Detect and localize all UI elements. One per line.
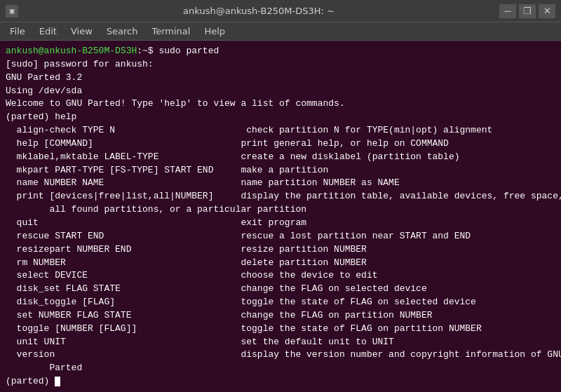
terminal-output: ankush@ankush-B250M-DS3H:~$ sudo parted … [0, 41, 561, 392]
terminal-line: Using /dev/sda [6, 85, 555, 98]
terminal-prompt: (parted) [6, 376, 55, 386]
menu-search[interactable]: Search [100, 25, 145, 38]
terminal-line: Welcome to GNU Parted! Type 'help' to vi… [6, 97, 555, 111]
menu-help[interactable]: Help [197, 25, 232, 38]
menu-file[interactable]: File [3, 25, 32, 38]
terminal-line: mklabel,mktable LABEL-TYPE create a new … [6, 151, 555, 164]
terminal-line: disk_toggle [FLAG] toggle the state of F… [6, 296, 555, 309]
title-bar: ▣ ankush@ankush-B250M-DS3H: ~ ─ ❐ ✕ [0, 0, 561, 22]
terminal-line: (parted) help [6, 111, 555, 124]
terminal-line: select DEVICE choose the device to edit [6, 269, 555, 283]
terminal-line: rescue START END rescue a lost partition… [6, 230, 555, 243]
terminal-line: resizepart NUMBER END resize partition N… [6, 243, 555, 257]
terminal-line: mkpart PART-TYPE [FS-TYPE] START END mak… [6, 164, 555, 177]
terminal-line: rm NUMBER delete partition NUMBER [6, 257, 555, 270]
terminal-line: Parted [6, 362, 555, 375]
window-icon: ▣ [6, 5, 18, 18]
menu-edit[interactable]: Edit [32, 25, 64, 38]
terminal-line: toggle [NUMBER [FLAG]] toggle the state … [6, 323, 555, 336]
title-bar-left: ▣ [6, 5, 18, 18]
terminal-line: help [COMMAND] print general help, or he… [6, 137, 555, 151]
terminal-line: GNU Parted 3.2 [6, 72, 555, 85]
terminal-prompt-line[interactable]: (parted) [6, 375, 555, 388]
terminal-line: all found partitions, or a particular pa… [6, 203, 555, 217]
window-title: ankush@ankush-B250M-DS3H: ~ [18, 6, 499, 16]
prompt-user: ankush@ankush-B250M-DS3H [6, 46, 137, 56]
menu-terminal[interactable]: Terminal [144, 25, 197, 38]
terminal-line: unit UNIT set the default unit to UNIT [6, 336, 555, 349]
menu-view[interactable]: View [64, 25, 100, 38]
terminal-line: align-check TYPE N check partition N for… [6, 124, 555, 137]
terminal-line: disk_set FLAG STATE change the FLAG on s… [6, 283, 555, 296]
terminal-line: ankush@ankush-B250M-DS3H:~$ sudo parted [6, 45, 555, 58]
menu-bar: File Edit View Search Terminal Help [0, 22, 561, 41]
terminal-line: version display the version number and c… [6, 349, 555, 362]
window-controls: ─ ❐ ✕ [499, 4, 555, 18]
terminal-line: name NUMBER NAME name partition NUMBER a… [6, 177, 555, 190]
terminal-line: [sudo] password for ankush: [6, 58, 555, 72]
close-button[interactable]: ✕ [539, 4, 555, 18]
terminal-line: quit exit program [6, 217, 555, 230]
minimize-button[interactable]: ─ [499, 4, 516, 18]
terminal-line: print [devices|free|list,all|NUMBER] dis… [6, 190, 555, 203]
maximize-button[interactable]: ❐ [519, 4, 536, 18]
terminal-line: set NUMBER FLAG STATE change the FLAG on… [6, 309, 555, 323]
terminal-cursor [55, 377, 60, 386]
